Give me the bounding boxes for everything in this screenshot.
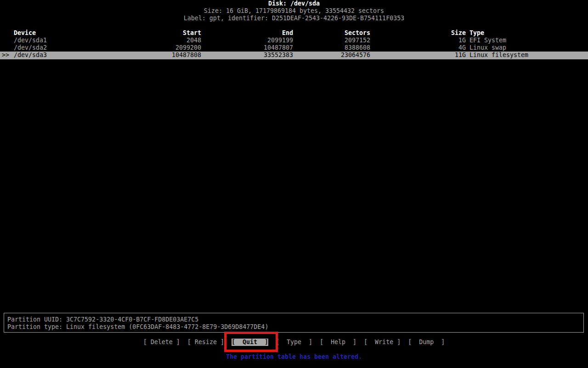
partition-info-box: Partition UUID: 3C7C7592-3320-4CF0-B7CF-…	[4, 313, 584, 333]
menu-button-dump[interactable]: [ Dump ]	[408, 339, 445, 346]
partition-type-line: Partition type: Linux filesystem (0FC63D…	[7, 323, 583, 331]
column-header-size: Size	[451, 29, 466, 37]
menu-button-help[interactable]: [ Help ]	[320, 339, 356, 346]
partition-row-sda3[interactable]: >> /dev/sda3 10487808 33552383 23064576 …	[0, 52, 588, 59]
cell-type: Linux swap	[469, 44, 506, 52]
cell-size: 4G	[458, 44, 466, 52]
cell-type: Linux filesystem	[469, 52, 528, 59]
cell-end: 33552383	[264, 52, 293, 59]
column-header-sectors: Sectors	[345, 29, 370, 37]
cell-end: 2099199	[267, 37, 293, 44]
cell-device: /dev/sda1	[14, 37, 47, 44]
column-header-device: Device	[14, 29, 36, 37]
cell-end: 10487807	[264, 44, 293, 52]
menu-bar: [ Delete ] [ Resize ] [ Quit ] [ Type ] …	[0, 339, 588, 346]
partition-table-header: Device Start End Sectors Size Type	[0, 29, 588, 37]
cell-device: /dev/sda2	[14, 44, 47, 52]
cell-device: /dev/sda3	[14, 52, 47, 59]
disk-identifier-line: Label: gpt, identifier: D251DEAF-2543-42…	[0, 15, 588, 22]
menu-button-delete[interactable]: [ Delete ]	[143, 339, 180, 346]
status-message: The partition table has been altered.	[0, 353, 588, 361]
selection-marker: >>	[2, 52, 9, 59]
menu-button-type[interactable]: [ Type ]	[276, 339, 312, 346]
disk-size-line: Size: 16 GiB, 17179869184 bytes, 3355443…	[0, 7, 588, 15]
cell-type: EFI System	[469, 37, 506, 44]
cell-sectors: 2097152	[345, 37, 370, 44]
cell-sectors: 23064576	[341, 52, 370, 59]
menu-button-write[interactable]: [ Write ]	[364, 339, 401, 346]
cell-start: 2099200	[175, 44, 201, 52]
cell-size: 1G	[458, 37, 466, 44]
cfdisk-terminal: Disk: /dev/sda Size: 16 GiB, 17179869184…	[0, 0, 588, 368]
partition-uuid-line: Partition UUID: 3C7C7592-3320-4CF0-B7CF-…	[7, 316, 583, 323]
partition-row-sda1[interactable]: /dev/sda1 2048 2099199 2097152 1G EFI Sy…	[0, 37, 588, 44]
cell-start: 2048	[187, 37, 201, 44]
cell-sectors: 8388608	[345, 44, 370, 52]
cell-start: 10487808	[172, 52, 201, 59]
menu-button-resize[interactable]: [ Resize ]	[187, 339, 224, 346]
column-header-end: End	[282, 29, 293, 37]
column-header-start: Start	[183, 29, 201, 37]
cell-size: 11G	[455, 52, 466, 59]
column-header-type: Type	[469, 29, 484, 37]
disk-title: Disk: /dev/sda	[0, 0, 588, 7]
partition-row-sda2[interactable]: /dev/sda2 2099200 10487807 8388608 4G Li…	[0, 44, 588, 52]
menu-button-quit[interactable]: [ Quit ]	[232, 339, 268, 346]
